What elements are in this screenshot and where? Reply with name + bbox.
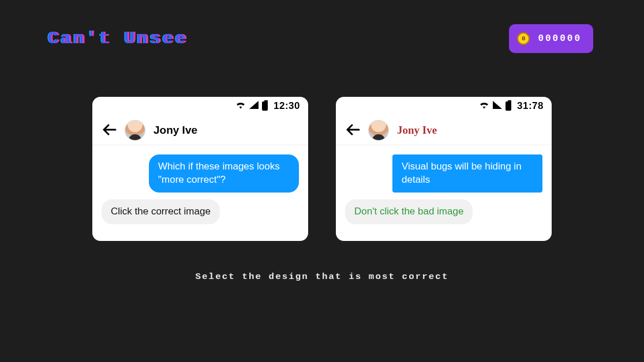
clock: 12:30 [274, 100, 300, 112]
avatar [368, 120, 389, 141]
chat-header: Jony Ive [336, 115, 552, 145]
choice-card-right[interactable]: 31:78 Jony Ive Visual bugs will be hidin… [336, 97, 552, 241]
coin-icon: 0 [517, 32, 530, 45]
contact-name: Jony Ive [397, 124, 437, 137]
choice-card-left[interactable]: 12:30 Jony Ive Which if these images loo… [92, 97, 308, 241]
signal-icon [493, 100, 502, 112]
wifi-icon [235, 100, 246, 112]
score-value: 000000 [538, 33, 582, 44]
battery-icon [262, 101, 268, 111]
score-display: 0 000000 [509, 24, 593, 53]
message-sent: Which if these images looks "more correc… [149, 154, 299, 193]
back-icon [346, 123, 360, 138]
status-bar: 31:78 [336, 97, 552, 115]
message-received: Click the correct image [102, 199, 220, 224]
message-list: Which if these images looks "more correc… [92, 145, 308, 233]
back-icon [103, 123, 117, 138]
chat-header: Jony Ive [92, 115, 308, 145]
clock: 31:78 [517, 100, 544, 112]
contact-name: Jony Ive [153, 124, 197, 137]
instruction-text: Select the design that is most correct [0, 272, 644, 282]
signal-icon [249, 100, 259, 112]
message-sent: Visual bugs will be hiding in details [392, 154, 542, 193]
message-list: Visual bugs will be hiding in details Do… [336, 145, 552, 233]
avatar [125, 120, 145, 141]
game-logo: Can't Unsee [47, 29, 188, 48]
wifi-icon [479, 100, 489, 112]
message-received: Don't click the bad image [345, 199, 473, 224]
battery-icon [506, 101, 511, 111]
status-bar: 12:30 [92, 97, 308, 115]
top-bar: Can't Unsee 0 000000 [51, 24, 593, 53]
choice-cards: 12:30 Jony Ive Which if these images loo… [0, 97, 644, 241]
